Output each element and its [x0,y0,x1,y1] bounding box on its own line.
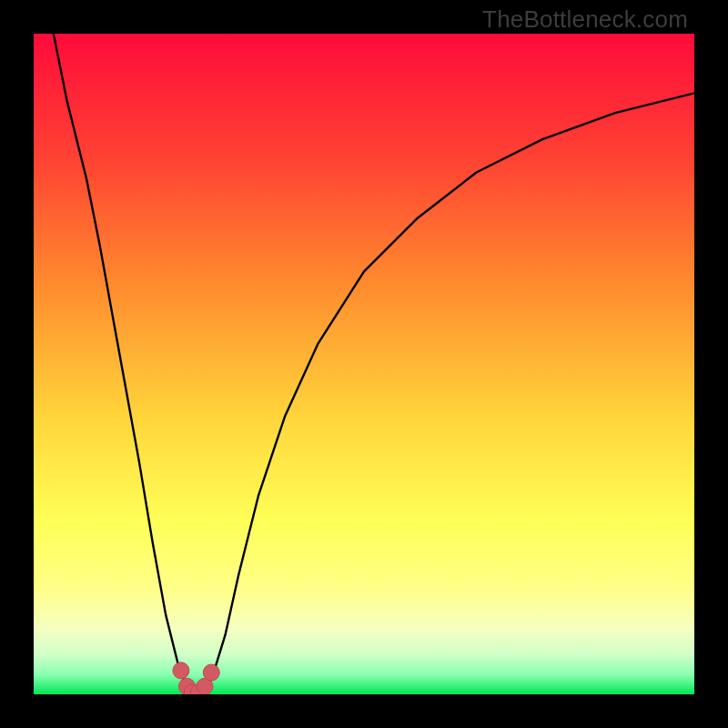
plot-area [34,34,694,694]
gradient-background [34,34,694,694]
watermark-text: TheBottleneck.com [482,5,688,34]
trough-marker [173,662,189,679]
chart-svg [34,34,694,694]
chart-frame: TheBottleneck.com [0,0,728,728]
trough-marker [203,664,219,681]
